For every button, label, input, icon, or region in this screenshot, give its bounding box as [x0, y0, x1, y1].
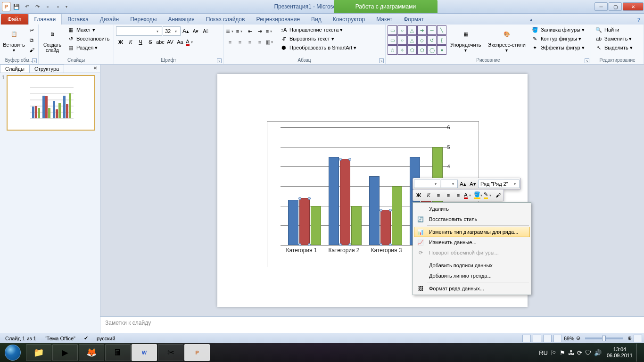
shrink-font-icon[interactable]: A▾ — [468, 179, 478, 189]
qat-icon[interactable]: ▫ — [54, 2, 62, 11]
app-icon[interactable]: P — [2, 2, 10, 11]
shape-fill-button[interactable]: 🪣Заливка фигуры ▾ — [529, 25, 586, 34]
format-painter-icon[interactable]: 🖌 — [27, 45, 36, 55]
panel-tab-outline[interactable]: Структура — [29, 65, 64, 73]
zoom-slider[interactable] — [585, 337, 623, 339]
zoom-percent[interactable]: 69% — [564, 336, 574, 341]
quick-styles-button[interactable]: 🎨 Экспресс-стили▾ — [485, 25, 528, 54]
cm-reset-style[interactable]: 🔄Восстановить стиль — [414, 214, 530, 224]
arrange-button[interactable]: ▦ Упорядочить▾ — [447, 25, 484, 54]
fill-color-icon[interactable]: 🪣▾ — [473, 190, 483, 200]
zoom-in-icon[interactable]: ⊕ — [627, 335, 632, 341]
minimize-button[interactable]: ─ — [594, 2, 608, 11]
dialog-launcher-icon[interactable]: ↘ — [32, 58, 37, 63]
tab-file[interactable]: Файл — [1, 14, 28, 25]
taskbar-powerpoint-icon[interactable]: P — [184, 344, 210, 361]
dedent-icon[interactable]: ⇤ — [245, 26, 255, 36]
taskbar-word-icon[interactable]: W — [132, 344, 157, 361]
normal-view-icon[interactable] — [522, 335, 531, 342]
copy-icon[interactable]: ⧉ — [27, 35, 36, 45]
mini-font-combo[interactable]: ▾ — [414, 180, 440, 188]
reset-button[interactable]: ↺Восстановить — [65, 34, 111, 43]
bold-icon[interactable]: Ж — [116, 37, 125, 47]
spellcheck-icon[interactable]: ✔ — [81, 335, 91, 342]
slide-counter[interactable]: Слайд 1 из 1 — [2, 335, 40, 342]
bold-icon[interactable]: Ж — [414, 190, 423, 200]
bar-series1[interactable] — [329, 157, 339, 246]
mini-size-combo[interactable]: ▾ — [441, 180, 458, 188]
bar-series3[interactable] — [392, 186, 402, 245]
language-status[interactable]: русский — [93, 335, 118, 342]
shape-outline-button[interactable]: ✎Контур фигуры ▾ — [529, 34, 586, 43]
taskbar-mediaplayer-icon[interactable]: ▶ — [52, 344, 78, 361]
shadow-icon[interactable]: abc — [156, 37, 165, 47]
bar-series3[interactable] — [351, 206, 362, 245]
qat-customize-icon[interactable]: ▾ — [64, 2, 69, 11]
dialog-launcher-icon[interactable]: ↘ — [379, 58, 384, 63]
case-icon[interactable]: Aa — [175, 37, 185, 47]
section-button[interactable]: ▤Раздел ▾ — [65, 43, 111, 52]
taskbar-calc-icon[interactable]: 🖩 — [105, 344, 131, 361]
font-color-icon[interactable]: A▾ — [185, 37, 195, 47]
new-slide-button[interactable]: 🗎 Создать слайд — [41, 25, 64, 54]
taskbar-firefox-icon[interactable]: 🦊 — [79, 344, 104, 361]
cm-add-data-labels[interactable]: Добавить подписи данных — [414, 260, 530, 271]
justify-icon[interactable]: ≡ — [255, 37, 264, 47]
align-right-icon[interactable]: ≡ — [245, 37, 255, 47]
tray-update-icon[interactable]: ⟳ — [576, 349, 584, 356]
maximize-button[interactable]: ▢ — [609, 2, 622, 11]
tray-shield-icon[interactable]: 🛡 — [584, 349, 593, 356]
slideshow-view-icon[interactable] — [553, 335, 562, 342]
taskbar-explorer-icon[interactable]: 📁 — [26, 344, 51, 361]
tray-flag-icon[interactable]: 🏳 — [549, 349, 558, 356]
tray-network-icon[interactable]: 🖧 — [567, 349, 576, 356]
grow-font-icon[interactable]: A▴ — [458, 179, 468, 189]
convert-smartart-button[interactable]: ⬢Преобразовать в SmartArt ▾ — [278, 43, 358, 52]
close-button[interactable]: ✕ — [623, 2, 644, 11]
undo-icon[interactable]: ↶ — [23, 2, 31, 11]
tab-layout[interactable]: Макет — [371, 14, 398, 25]
align-left-icon[interactable]: ≡ — [225, 37, 235, 47]
tray-action-icon[interactable]: ⚑ — [558, 349, 567, 356]
bar-series1[interactable] — [369, 176, 380, 245]
font-name-combo[interactable]: ▾ — [116, 26, 162, 36]
tray-clock[interactable]: 13:0406.09.2011 — [603, 346, 636, 359]
tab-view[interactable]: Вид — [305, 14, 327, 25]
tray-volume-icon[interactable]: 🔊 — [593, 349, 603, 356]
help-icon[interactable]: ? — [634, 15, 644, 25]
panel-close-icon[interactable]: ✕ — [91, 65, 100, 73]
qat-icon[interactable]: ▫ — [43, 2, 52, 11]
align-center-icon[interactable]: ≡ — [235, 37, 245, 47]
cm-format-series[interactable]: 🖼Формат ряда данных... — [414, 283, 530, 294]
strike-icon[interactable]: S — [146, 37, 155, 47]
show-desktop-button[interactable] — [636, 344, 641, 362]
tab-animations[interactable]: Анимация — [162, 14, 200, 25]
tab-constructor[interactable]: Конструктор — [327, 14, 371, 25]
numbering-icon[interactable]: ≡▾ — [235, 26, 245, 36]
tab-slideshow[interactable]: Показ слайдов — [200, 14, 251, 25]
align-text-button[interactable]: ⇵Выровнять текст ▾ — [278, 34, 358, 43]
redo-icon[interactable]: ↷ — [33, 2, 41, 11]
bar-series1[interactable] — [288, 200, 298, 245]
tab-insert[interactable]: Вставка — [62, 14, 94, 25]
cm-edit-data[interactable]: 📈Изменить данные... — [414, 237, 530, 247]
dialog-launcher-icon[interactable]: ↘ — [585, 58, 589, 63]
shrink-font-icon[interactable]: A▾ — [191, 26, 200, 36]
tray-lang[interactable]: RU — [537, 349, 549, 356]
start-button[interactable] — [0, 343, 25, 362]
align-left-icon[interactable]: ≡ — [434, 190, 443, 200]
bar-series3[interactable] — [311, 206, 321, 245]
align-center-icon[interactable]: ≡ — [444, 190, 453, 200]
format-painter-icon[interactable]: 🖌 — [493, 190, 503, 200]
bar-series2[interactable] — [340, 159, 350, 245]
spacing-icon[interactable]: AV — [165, 37, 175, 47]
line-spacing-icon[interactable]: ≡▾ — [265, 26, 274, 36]
underline-icon[interactable]: Ч — [136, 37, 145, 47]
zoom-out-icon[interactable]: ⊖ — [576, 335, 580, 341]
sorter-view-icon[interactable] — [533, 335, 541, 342]
series-selector-combo[interactable]: Ряд "Ряд 2"▾ — [478, 180, 520, 188]
italic-icon[interactable]: К — [424, 190, 433, 200]
layout-button[interactable]: ▦Макет ▾ — [65, 25, 111, 34]
find-button[interactable]: 🔍Найти — [593, 25, 635, 34]
text-direction-button[interactable]: ↕AНаправление текста ▾ — [278, 25, 358, 34]
